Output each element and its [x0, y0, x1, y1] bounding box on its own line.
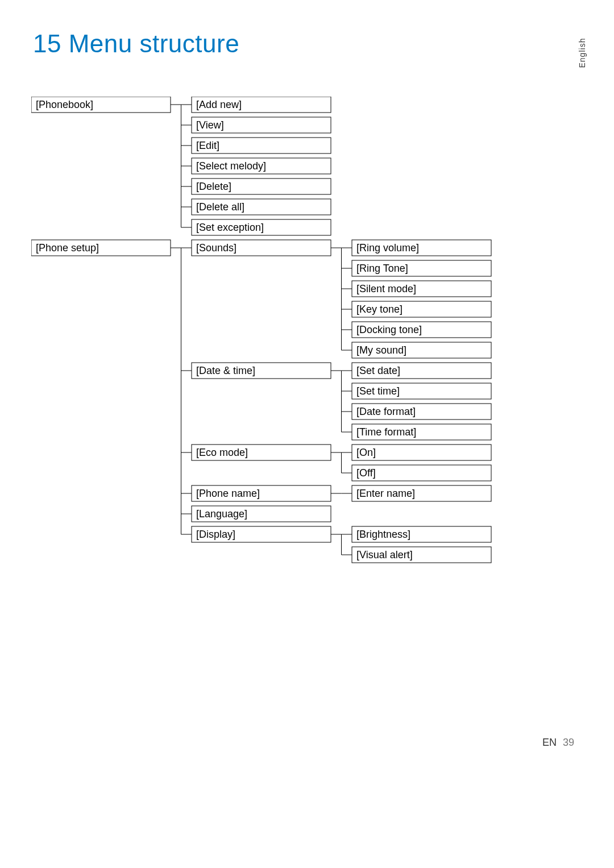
tree-cell-l3: [Off]: [352, 465, 491, 481]
tree-cell-label: [Set time]: [356, 385, 400, 397]
tree-cell-l2: [Set exception]: [192, 219, 331, 235]
tree-cell-l2: [Edit]: [192, 138, 331, 153]
tree-cell-l2: [View]: [192, 117, 331, 133]
tree-cell-l3: [My sound]: [352, 342, 491, 358]
tree-cell-l3: [On]: [352, 445, 491, 460]
tree-cell-label: [Silent mode]: [356, 283, 416, 294]
tree-cell-l2: [Eco mode]: [192, 445, 331, 460]
language-tab: English: [578, 55, 603, 68]
menu-tree: [Phonebook][Phone setup][Add new][View][…: [31, 97, 526, 574]
tree-cell-label: [Ring volume]: [356, 242, 419, 254]
tree-cell-l2: [Sounds]: [192, 240, 331, 256]
tree-cell-label: [Brightness]: [356, 529, 410, 540]
tree-cell-label: [Docking tone]: [356, 324, 422, 335]
tree-cell-label: [Set exception]: [196, 222, 264, 233]
page: 15 Menu structure English [Phonebook][Ph…: [0, 0, 614, 868]
tree-cell-label: [Date format]: [356, 406, 416, 417]
tree-cell-label: [Delete]: [196, 181, 231, 192]
tree-cell-l2: [Delete all]: [192, 199, 331, 215]
tree-cell-l3: [Set time]: [352, 383, 491, 399]
tree-cell-l3: [Silent mode]: [352, 281, 491, 297]
tree-cell-l2: [Language]: [192, 506, 331, 522]
tree-cell-l2: [Delete]: [192, 178, 331, 194]
tree-cell-l2: [Select melody]: [192, 158, 331, 174]
tree-cell-l3: [Brightness]: [352, 526, 491, 542]
tree-cell-label: [Set date]: [356, 365, 400, 376]
tree-cell-label: [Language]: [196, 508, 247, 520]
tree-cell-l3: [Key tone]: [352, 301, 491, 317]
tree-cell-label: [Add new]: [196, 99, 242, 110]
tree-cell-l2: [Add new]: [192, 97, 331, 113]
tree-cell-label: [Date & time]: [196, 365, 255, 376]
tree-cell-l3: [Ring volume]: [352, 240, 491, 256]
page-footer: EN 39: [542, 737, 574, 749]
tree-cell-label: [Sounds]: [196, 242, 237, 254]
tree-cell-label: [Ring Tone]: [356, 263, 408, 274]
tree-cell-label: [Eco mode]: [196, 447, 248, 458]
tree-cell-label: [Enter name]: [356, 488, 415, 499]
tree-cell-l3: [Visual alert]: [352, 547, 491, 563]
tree-cell-label: [Phone name]: [196, 488, 260, 499]
tree-cell-l3: [Set date]: [352, 363, 491, 379]
tree-cell-label: [Display]: [196, 529, 235, 540]
tree-cell-label: [Edit]: [196, 140, 219, 151]
tree-cell-label: [Phone setup]: [36, 242, 99, 254]
page-title: 15 Menu structure: [33, 30, 239, 58]
tree-cell-label: [Select melody]: [196, 160, 266, 172]
tree-cell-l3: [Date format]: [352, 404, 491, 420]
tree-cell-label: [View]: [196, 119, 224, 131]
tree-cell-l2: [Display]: [192, 526, 331, 542]
footer-page-number: 39: [563, 737, 574, 748]
tree-cell-l3: [Docking tone]: [352, 322, 491, 338]
footer-lang: EN: [542, 737, 557, 748]
tree-cell-l2: [Date & time]: [192, 363, 331, 379]
tree-cell-label: [Visual alert]: [356, 549, 413, 560]
tree-cell-l3: [Enter name]: [352, 485, 491, 501]
tree-cell-label: [Delete all]: [196, 201, 244, 213]
tree-cell-l1: [Phonebook]: [31, 97, 171, 113]
tree-cell-label: [My sound]: [356, 344, 406, 356]
tree-cell-label: [On]: [356, 447, 376, 458]
tree-cell-label: [Key tone]: [356, 304, 403, 315]
tree-cell-label: [Time format]: [356, 426, 416, 438]
tree-cell-l1: [Phone setup]: [31, 240, 171, 256]
tree-cell-label: [Phonebook]: [36, 99, 93, 110]
tree-cell-l3: [Time format]: [352, 424, 491, 440]
tree-cell-l3: [Ring Tone]: [352, 260, 491, 276]
tree-cell-l2: [Phone name]: [192, 485, 331, 501]
tree-cell-label: [Off]: [356, 467, 376, 479]
